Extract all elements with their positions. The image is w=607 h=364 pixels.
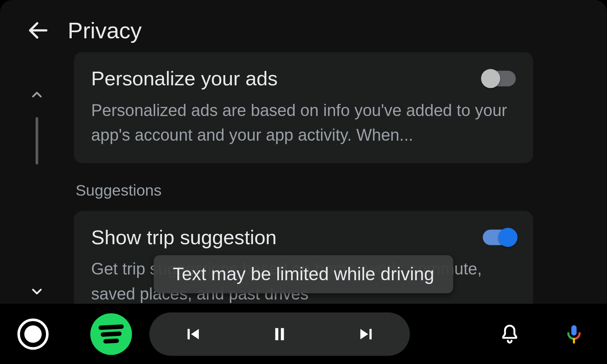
privacy-settings-screen: Privacy Personalize your ads [0, 0, 607, 364]
next-track-button[interactable] [349, 317, 384, 351]
scroll-indicator-column [0, 52, 74, 304]
setting-description: Personalized ads are based on info you'v… [91, 98, 508, 147]
setting-row: Show trip suggestion [91, 226, 516, 249]
notifications-button[interactable] [494, 318, 525, 350]
scroll-up-button[interactable] [25, 82, 49, 107]
skip-previous-icon [182, 324, 203, 345]
setting-personalize-ads[interactable]: Personalize your ads Personalized ads ar… [74, 52, 533, 163]
arrow-left-icon [26, 18, 50, 42]
system-bottom-bar [0, 304, 607, 364]
launcher-button[interactable] [17, 318, 49, 350]
toggle-knob [481, 69, 500, 88]
page-title: Privacy [68, 17, 142, 44]
skip-next-icon [356, 324, 377, 345]
mic-icon [563, 323, 585, 345]
scroll-down-button[interactable] [25, 280, 49, 304]
back-button[interactable] [24, 16, 52, 44]
play-pause-button[interactable] [262, 317, 297, 351]
chevron-up-icon [29, 87, 45, 102]
spotify-app-button[interactable] [90, 313, 132, 355]
driving-limitation-toast: Text may be limited while driving [154, 255, 453, 293]
previous-track-button[interactable] [175, 317, 210, 351]
chevron-down-icon [29, 284, 45, 300]
toggle-trip-suggestion[interactable] [483, 229, 516, 245]
spotify-icon [99, 324, 124, 345]
scrollbar-thumb[interactable] [36, 117, 38, 164]
bell-icon [498, 323, 521, 345]
header: Privacy [0, 0, 607, 52]
setting-title: Show trip suggestion [91, 226, 277, 249]
svg-rect-0 [571, 325, 577, 336]
toggle-personalize-ads[interactable] [483, 71, 516, 86]
toggle-knob [498, 228, 517, 247]
section-label-suggestions: Suggestions [75, 181, 533, 199]
media-controls [149, 312, 410, 356]
pause-icon [269, 324, 290, 345]
setting-title: Personalize your ads [91, 67, 278, 90]
toast-text: Text may be limited while driving [173, 264, 434, 284]
voice-assistant-button[interactable] [558, 318, 590, 350]
setting-row: Personalize your ads [91, 67, 516, 90]
